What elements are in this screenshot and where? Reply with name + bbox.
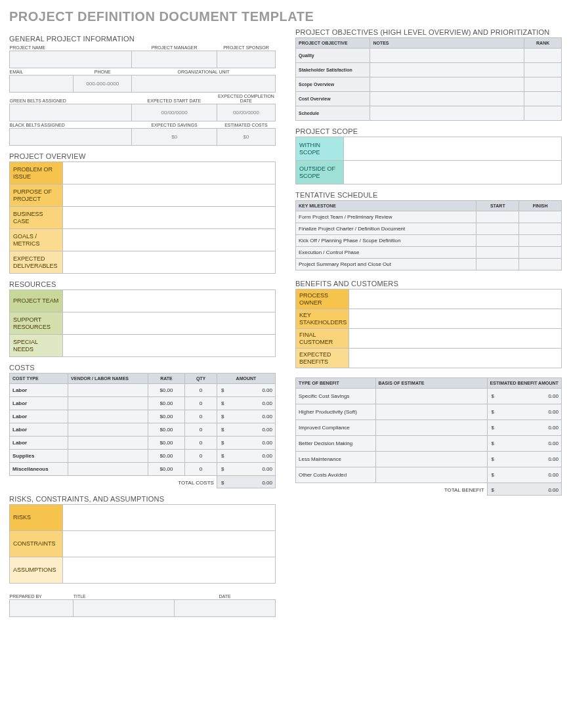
res-team-val[interactable] — [63, 290, 276, 312]
cost-rate[interactable]: $0.00 — [148, 397, 185, 410]
costs-h-vendor: VENDOR / LABOR NAMES — [68, 374, 148, 384]
obj-h-objective: PROJECT OBJECTIVE — [296, 38, 370, 49]
cost-vendor[interactable] — [68, 423, 148, 437]
objectives-table: PROJECT OBJECTIVE NOTES RANK QualityStak… — [295, 37, 562, 121]
field-email[interactable] — [10, 75, 74, 93]
scope-outside: OUTSIDE OF SCOPE — [296, 161, 344, 184]
label-est-costs: ESTIMATED COSTS — [217, 121, 275, 129]
constraints-val[interactable] — [63, 531, 276, 557]
ben-h-type: TYPE OF BENEFIT — [296, 378, 376, 389]
field-green-belts[interactable] — [10, 104, 132, 121]
sched-finish[interactable] — [519, 259, 562, 270]
scope-outside-val[interactable] — [343, 161, 561, 184]
ben-basis[interactable] — [375, 452, 487, 467]
obj-rank[interactable] — [524, 63, 562, 77]
section-general: GENERAL PROJECT INFORMATION — [9, 35, 276, 43]
cost-amt: $0.00 — [217, 410, 275, 423]
scope-within-val[interactable] — [343, 137, 561, 161]
ben-basis[interactable] — [375, 404, 487, 420]
cost-qty[interactable]: 0 — [185, 397, 217, 410]
label-black-belts: BLACK BELTS ASSIGNED — [10, 121, 132, 129]
sched-start[interactable] — [476, 235, 519, 247]
cost-rate[interactable]: $0.00 — [148, 384, 185, 397]
cost-amt: $0.00 — [217, 437, 275, 450]
cost-rate[interactable]: $0.00 — [148, 423, 185, 437]
cost-qty[interactable]: 0 — [185, 450, 217, 463]
sched-finish[interactable] — [519, 235, 562, 247]
label-exp-end: EXPECTED COMPLETION DATE — [217, 93, 275, 104]
assumptions-row: ASSUMPTIONS — [10, 557, 63, 584]
cost-qty[interactable]: 0 — [185, 410, 217, 423]
field-project-sponsor[interactable] — [217, 51, 275, 68]
overview-business-val[interactable] — [63, 207, 276, 229]
assumptions-val[interactable] — [63, 557, 276, 584]
obj-label: Stakeholder Satisfaction — [296, 63, 370, 77]
ben-basis[interactable] — [375, 389, 487, 404]
overview-business: BUSINESS CASE — [10, 207, 63, 229]
cost-vendor[interactable] — [68, 463, 148, 476]
cost-rate[interactable]: $0.00 — [148, 450, 185, 463]
obj-rank[interactable] — [524, 92, 562, 106]
field-exp-savings[interactable]: $0 — [132, 129, 217, 146]
field-project-name[interactable] — [10, 51, 132, 68]
cost-vendor[interactable] — [68, 397, 148, 410]
obj-rank[interactable] — [524, 49, 562, 63]
field-title[interactable] — [74, 600, 175, 617]
sched-finish[interactable] — [519, 211, 562, 223]
cost-vendor[interactable] — [68, 384, 148, 397]
res-support-val[interactable] — [63, 312, 276, 335]
obj-notes[interactable] — [370, 49, 524, 63]
cost-qty[interactable]: 0 — [185, 437, 217, 450]
ben-stake: KEY STAKEHOLDERS — [296, 309, 349, 329]
ben-amt: $0.00 — [487, 420, 561, 436]
ben-owner-val[interactable] — [349, 289, 562, 309]
res-support: SUPPORT RESOURCES — [10, 312, 63, 335]
obj-notes[interactable] — [370, 77, 524, 92]
sched-start[interactable] — [476, 211, 519, 223]
field-exp-end[interactable]: 00/00/0000 — [217, 104, 275, 121]
obj-label: Cost Overview — [296, 92, 370, 106]
field-black-belts[interactable] — [10, 129, 132, 146]
sched-finish[interactable] — [519, 223, 562, 235]
obj-rank[interactable] — [524, 77, 562, 92]
overview-deliverables-val[interactable] — [63, 251, 276, 274]
cost-vendor[interactable] — [68, 450, 148, 463]
ben-expected-val[interactable] — [349, 349, 562, 368]
ben-basis[interactable] — [375, 436, 487, 452]
section-resources: RESOURCES — [9, 280, 276, 288]
ben-stake-val[interactable] — [349, 309, 562, 329]
sched-finish[interactable] — [519, 247, 562, 259]
cost-vendor[interactable] — [68, 410, 148, 423]
cost-rate[interactable]: $0.00 — [148, 410, 185, 423]
footer-table: PREPARED BY TITLE DATE — [9, 593, 276, 617]
sched-start[interactable] — [476, 247, 519, 259]
cost-qty[interactable]: 0 — [185, 384, 217, 397]
ben-customer-val[interactable] — [349, 329, 562, 349]
sched-start[interactable] — [476, 223, 519, 235]
field-phone[interactable]: 000-000-0000 — [74, 75, 132, 93]
field-project-manager[interactable] — [132, 51, 217, 68]
ben-h-amt: ESTIMATED BENEFIT AMOUNT — [487, 378, 561, 389]
overview-problem-val[interactable] — [63, 162, 276, 184]
overview-goals-val[interactable] — [63, 229, 276, 251]
res-special-val[interactable] — [63, 335, 276, 357]
field-date[interactable] — [175, 600, 276, 617]
risks-val[interactable] — [63, 505, 276, 531]
field-org-unit[interactable] — [132, 75, 276, 93]
obj-rank[interactable] — [524, 106, 562, 121]
sched-start[interactable] — [476, 259, 519, 270]
cost-rate[interactable]: $0.00 — [148, 463, 185, 476]
obj-notes[interactable] — [370, 92, 524, 106]
obj-notes[interactable] — [370, 63, 524, 77]
field-prepared-by[interactable] — [10, 600, 74, 617]
ben-basis[interactable] — [375, 467, 487, 483]
ben-basis[interactable] — [375, 420, 487, 436]
cost-qty[interactable]: 0 — [185, 463, 217, 476]
cost-qty[interactable]: 0 — [185, 423, 217, 437]
field-est-costs[interactable]: $0 — [217, 129, 275, 146]
cost-rate[interactable]: $0.00 — [148, 437, 185, 450]
overview-purpose-val[interactable] — [63, 184, 276, 207]
obj-notes[interactable] — [370, 106, 524, 121]
field-exp-start[interactable]: 00/00/0000 — [132, 104, 217, 121]
cost-vendor[interactable] — [68, 437, 148, 450]
